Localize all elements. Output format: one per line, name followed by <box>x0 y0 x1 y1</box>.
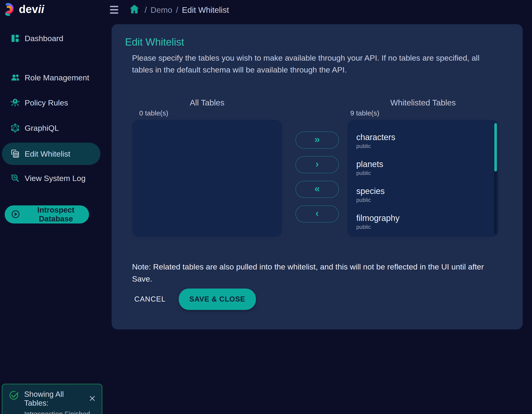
sidebar-item-view-system-log[interactable]: View System Log <box>2 167 100 189</box>
sidebar-item-label: View System Log <box>25 174 86 183</box>
breadcrumb-current: Edit Whitelist <box>182 5 229 15</box>
breadcrumb-separator: / <box>144 5 147 15</box>
sidebar-item-label: Dashboard <box>25 34 63 43</box>
edit-whitelist-tables-icon <box>10 149 20 159</box>
sidebar-item-edit-whitelist[interactable]: Edit Whitelist <box>2 143 100 165</box>
table-name: characters <box>356 132 484 142</box>
role-management-icon <box>10 73 20 83</box>
cancel-button[interactable]: CANCEL <box>132 290 168 308</box>
system-log-search-icon <box>10 173 20 183</box>
transfer-controls: » › « ‹ <box>295 132 339 230</box>
introspect-database-button[interactable]: Introspect Database <box>5 205 89 224</box>
move-selected-left-button[interactable]: ‹ <box>295 205 339 223</box>
table-schema: public <box>356 224 484 230</box>
table-schema: public <box>356 169 484 177</box>
chevron-right-icon: › <box>316 159 319 169</box>
page-description: Please specify the tables you wish to ma… <box>132 52 488 76</box>
sidebar-item-role-management[interactable]: Role Management <box>2 66 100 89</box>
chevron-left-icon: ‹ <box>316 208 319 218</box>
devii-logo-text: devii <box>19 3 44 16</box>
play-circle-icon <box>11 209 20 220</box>
table-row[interactable]: filmography public <box>356 213 484 230</box>
whitelisted-tables-title: Whitelisted Tables <box>347 98 499 107</box>
toast-title: Showing All Tables: <box>24 390 89 407</box>
edit-whitelist-panel: Edit Whitelist Please specify the tables… <box>112 24 523 329</box>
app-root: devii Dashboard Role Mana <box>0 0 532 414</box>
policy-rules-octopus-icon <box>10 98 20 108</box>
table-name: planets <box>356 159 484 169</box>
sidebar-item-label: Edit Whitelist <box>25 149 70 159</box>
sidebar-item-label: GraphiQL <box>25 124 59 133</box>
breadcrumb: / Demo / Edit Whitelist <box>144 5 229 15</box>
move-selected-right-button[interactable]: › <box>295 156 339 173</box>
scrollbar-thumb[interactable] <box>494 123 497 171</box>
graphql-icon <box>10 123 20 133</box>
toast-notification: Showing All Tables: Introspection Finish… <box>2 384 102 414</box>
breadcrumb-separator: / <box>176 5 178 15</box>
all-tables-title: All Tables <box>132 98 282 107</box>
table-row[interactable]: planets public <box>356 159 484 177</box>
table-row[interactable]: characters public <box>356 132 484 150</box>
close-icon[interactable] <box>89 395 96 403</box>
sidebar-item-label: Role Management <box>25 73 89 82</box>
table-row[interactable]: species public <box>356 186 484 204</box>
double-chevron-right-icon: » <box>314 134 320 144</box>
table-name: species <box>356 186 484 196</box>
toast-body: Showing All Tables: Introspection Finish… <box>24 390 96 413</box>
table-name: filmography <box>356 213 484 223</box>
all-tables-listbox[interactable] <box>132 120 282 237</box>
double-chevron-left-icon: « <box>314 184 320 194</box>
all-tables-count: 0 table(s) <box>139 109 168 117</box>
sidebar-item-dashboard[interactable]: Dashboard <box>2 27 100 49</box>
home-icon[interactable] <box>129 3 140 15</box>
introspect-database-label: Introspect Database <box>24 206 88 223</box>
check-circle-icon <box>8 390 19 413</box>
panel-actions: CANCEL SAVE & CLOSE <box>132 289 256 310</box>
devii-logo-mark <box>3 2 17 16</box>
menu-icon[interactable] <box>110 6 118 14</box>
page-title: Edit Whitelist <box>125 36 184 48</box>
sidebar-item-graphiql[interactable]: GraphiQL <box>2 117 100 139</box>
table-schema: public <box>356 143 484 150</box>
devii-logo: devii <box>3 2 44 16</box>
breadcrumb-demo[interactable]: Demo <box>151 5 172 15</box>
sidebar-item-policy-rules[interactable]: Policy Rules <box>2 92 100 114</box>
move-all-right-button[interactable]: » <box>295 132 339 149</box>
dashboard-icon <box>10 33 20 43</box>
table-schema: public <box>356 197 484 204</box>
save-and-close-button[interactable]: SAVE & CLOSE <box>179 289 256 310</box>
move-all-left-button[interactable]: « <box>295 181 339 198</box>
sidebar-item-label: Policy Rules <box>25 98 68 107</box>
whitelisted-tables-count: 9 table(s) <box>350 109 379 117</box>
toast-subtitle: Introspection Finished <box>24 410 96 414</box>
related-tables-note: Note: Related tables are also pulled int… <box>132 261 504 285</box>
whitelisted-tables-listbox: characters public planets public species… <box>347 120 499 237</box>
